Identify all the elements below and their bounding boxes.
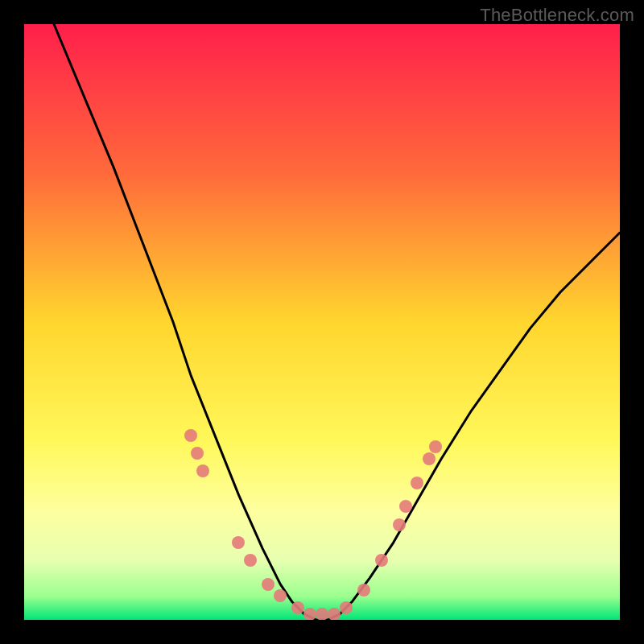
attribution-text: TheBottleneck.com	[480, 5, 634, 26]
curve-marker	[196, 464, 209, 477]
curve-marker	[375, 554, 388, 567]
plot-area	[24, 24, 620, 620]
curve-marker	[316, 608, 328, 620]
curve-marker	[328, 608, 341, 620]
curve-marker	[184, 429, 197, 442]
curve-marker	[340, 601, 353, 614]
curve-marker	[399, 500, 412, 513]
curve-marker	[393, 518, 406, 531]
curve-marker	[303, 608, 316, 620]
curve-marker	[191, 447, 204, 460]
curve-marker	[429, 440, 442, 453]
bottleneck-curve	[24, 24, 620, 620]
curve-marker	[357, 584, 370, 597]
curve-marker	[262, 578, 275, 591]
chart-frame: TheBottleneck.com	[0, 0, 644, 644]
